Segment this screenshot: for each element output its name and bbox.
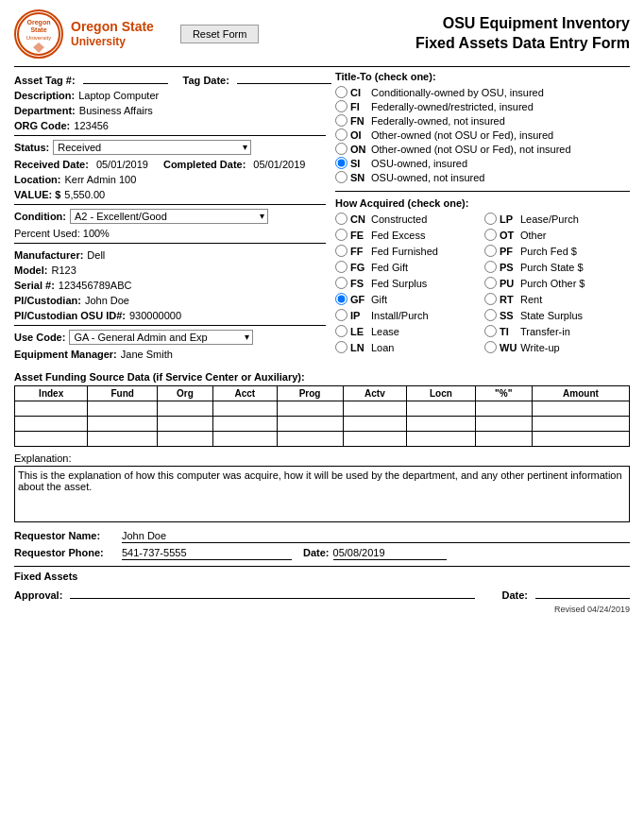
how-acquired-right-ti: TITransfer-in	[484, 325, 630, 337]
how-acquired-radio-le[interactable]	[335, 325, 347, 337]
funding-cell[interactable]	[532, 432, 629, 447]
funding-cell[interactable]	[343, 401, 407, 417]
explanation-textarea[interactable]: This is the explanation of how this comp…	[14, 466, 630, 522]
funding-cell[interactable]	[475, 417, 532, 432]
status-select[interactable]: Received	[53, 140, 251, 155]
fixed-assets-date-input[interactable]	[535, 586, 630, 599]
funding-cell[interactable]	[277, 401, 343, 417]
asset-tag-label: Asset Tag #:	[14, 75, 76, 86]
tag-date-input[interactable]	[237, 71, 331, 84]
how-acquired-label-pu: Purch Other $	[520, 278, 585, 289]
explanation-section: Explanation: This is the explanation of …	[14, 452, 630, 524]
title-to-code-si: SI	[350, 158, 367, 169]
how-acquired-radio-wu[interactable]	[484, 341, 497, 353]
requestor-date-value[interactable]: 05/08/2019	[333, 547, 447, 560]
how-acquired-radio-fe[interactable]	[335, 229, 347, 241]
use-code-label: Use Code:	[14, 332, 65, 343]
reset-form-button[interactable]: Reset Form	[180, 25, 259, 43]
how-acquired-radio-ss[interactable]	[484, 309, 497, 321]
title-to-radio-oi[interactable]	[335, 128, 347, 141]
status-dropdown-wrapper: Received	[53, 140, 251, 155]
funding-cell[interactable]	[158, 417, 213, 432]
title-to-option-fi: FIFederally-owned/restricted, insured	[335, 100, 630, 112]
asset-tag-input[interactable]	[83, 71, 168, 84]
pi-custodian-value: John Doe	[85, 295, 129, 306]
funding-cell[interactable]	[343, 432, 407, 447]
description-row: Description: Laptop Computer	[14, 90, 326, 101]
condition-select[interactable]: A2 - Excellent/Good	[70, 209, 268, 224]
funding-cell[interactable]	[212, 401, 277, 417]
title-to-label-fn: Federally-owned, not insured	[371, 115, 505, 127]
page: Oregon State University Oregon State Uni…	[0, 0, 644, 836]
funding-cell[interactable]	[15, 401, 88, 417]
how-acquired-radio-lp[interactable]	[484, 213, 497, 225]
funding-cell[interactable]	[158, 401, 213, 417]
how-acquired-code-pu: PU	[500, 278, 517, 289]
how-acquired-left-fg: FGFed Gift	[335, 261, 481, 273]
value-amount: 5,550.00	[64, 189, 105, 200]
funding-cell[interactable]	[532, 417, 629, 432]
funding-cell[interactable]	[532, 401, 629, 417]
how-acquired-radio-ot[interactable]	[484, 229, 497, 241]
funding-cell[interactable]	[158, 432, 213, 447]
how-acquired-label-fg: Fed Gift	[371, 262, 408, 273]
pi-osu-id-label: PI/Custodian OSU ID#:	[14, 310, 126, 321]
funding-cell[interactable]	[277, 417, 343, 432]
funding-cell[interactable]	[475, 432, 532, 447]
title-to-code-fi: FI	[350, 101, 367, 112]
title-to-radio-sn[interactable]	[335, 171, 347, 183]
pi-osu-id-row: PI/Custodian OSU ID#: 930000000	[14, 310, 326, 321]
how-acquired-radio-pu[interactable]	[484, 277, 497, 289]
how-acquired-radio-ln[interactable]	[335, 341, 347, 353]
org-code-row: ORG Code: 123456	[14, 120, 326, 131]
how-acquired-section: How Acquired (check one): CNConstructedL…	[335, 197, 630, 355]
how-acquired-label-ip: Install/Purch	[371, 310, 429, 321]
funding-cell[interactable]	[343, 417, 407, 432]
org-code-label: ORG Code:	[14, 120, 70, 131]
approval-row: Approval: Date:	[14, 586, 630, 601]
how-acquired-radio-ff[interactable]	[335, 245, 347, 257]
funding-cell[interactable]	[407, 401, 475, 417]
title-to-radio-si[interactable]	[335, 157, 347, 169]
requestor-phone-value[interactable]: 541-737-5555	[122, 547, 292, 560]
how-acquired-radio-ip[interactable]	[335, 309, 347, 321]
funding-cell[interactable]	[88, 432, 158, 447]
how-acquired-radio-rt[interactable]	[484, 293, 497, 305]
title-to-radio-on[interactable]	[335, 143, 347, 155]
how-acquired-radio-gf[interactable]	[335, 293, 347, 305]
use-code-select[interactable]: GA - General Admin and Exp	[69, 330, 253, 345]
how-acquired-left-le: LELease	[335, 325, 481, 337]
how-acquired-radio-cn[interactable]	[335, 213, 347, 225]
title-to-radio-ci[interactable]	[335, 86, 347, 98]
condition-dropdown-wrapper: A2 - Excellent/Good	[70, 209, 268, 224]
how-acquired-radio-ps[interactable]	[484, 261, 497, 273]
location-row: Location: Kerr Admin 100	[14, 174, 326, 185]
right-column: Title-To (check one): CIConditionally-ow…	[335, 71, 630, 364]
title-to-radio-fn[interactable]	[335, 114, 347, 127]
funding-cell[interactable]	[15, 432, 88, 447]
how-acquired-radio-ti[interactable]	[484, 325, 497, 337]
funding-cell[interactable]	[212, 417, 277, 432]
university-name: Oregon State University	[71, 18, 154, 50]
how-acquired-left-ip: IPInstall/Purch	[335, 309, 481, 321]
funding-cell[interactable]	[15, 417, 88, 432]
how-acquired-label-ti: Transfer-in	[520, 326, 570, 337]
use-code-dropdown-wrapper: GA - General Admin and Exp	[69, 330, 253, 345]
funding-cell[interactable]	[88, 417, 158, 432]
title-to-option-ci: CIConditionally-owned by OSU, insured	[335, 86, 630, 98]
funding-cell[interactable]	[407, 417, 475, 432]
model-label: Model:	[14, 264, 47, 276]
how-acquired-radio-pf[interactable]	[484, 245, 497, 257]
funding-cell[interactable]	[407, 432, 475, 447]
funding-cell[interactable]	[88, 401, 158, 417]
requestor-name-value[interactable]: John Doe	[122, 530, 630, 543]
funding-cell[interactable]	[277, 432, 343, 447]
title-to-option-si: SIOSU-owned, insured	[335, 157, 630, 169]
funding-cell[interactable]	[212, 432, 277, 447]
how-acquired-radio-fg[interactable]	[335, 261, 347, 273]
funding-cell[interactable]	[475, 401, 532, 417]
how-acquired-radio-fs[interactable]	[335, 277, 347, 289]
title-to-radio-fi[interactable]	[335, 100, 347, 112]
approval-input[interactable]	[70, 586, 475, 599]
how-acquired-code-rt: RT	[500, 294, 517, 305]
